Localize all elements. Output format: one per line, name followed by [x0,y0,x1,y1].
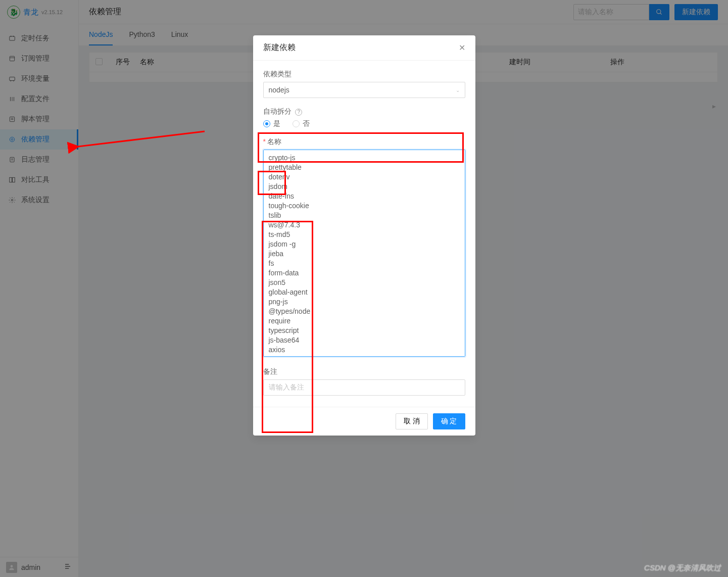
modal-title: 新建依赖 [263,42,296,53]
modal-body: 依赖类型 nodejs ⌄ 自动拆分 ? 是 否 [253,61,475,407]
cancel-button[interactable]: 取 消 [396,413,428,429]
name-textarea[interactable] [263,150,465,357]
watermark: CSDN @无奈清风吹过 [644,563,721,573]
name-label: *名称 [263,137,465,147]
modal-header: 新建依赖 ✕ [253,35,475,61]
remark-field: 备注 请输入备注 [263,367,465,396]
radio-no[interactable]: 否 [293,119,310,128]
chevron-down-icon: ⌄ [456,87,460,93]
radio-dot-icon [263,120,270,127]
remark-label: 备注 [263,367,465,376]
dependency-type-select[interactable]: nodejs ⌄ [263,82,465,98]
radio-dot-icon [293,120,300,127]
dependency-type-field: 依赖类型 nodejs ⌄ [263,70,465,98]
modal-footer: 取 消 确 定 [253,407,475,436]
create-dependency-modal: 新建依赖 ✕ 依赖类型 nodejs ⌄ 自动拆分 ? 是 否 [253,35,475,436]
type-selected-value: nodejs [269,86,289,94]
name-field: *名称 [263,137,465,358]
help-icon[interactable]: ? [295,109,302,116]
close-icon[interactable]: ✕ [459,43,465,53]
ok-button[interactable]: 确 定 [433,413,465,429]
split-radio-group: 是 否 [263,119,465,128]
remark-input[interactable]: 请输入备注 [263,379,465,396]
radio-yes[interactable]: 是 [263,119,280,128]
type-label: 依赖类型 [263,70,465,79]
split-label: 自动拆分 ? [263,107,465,116]
auto-split-field: 自动拆分 ? 是 否 [263,107,465,128]
